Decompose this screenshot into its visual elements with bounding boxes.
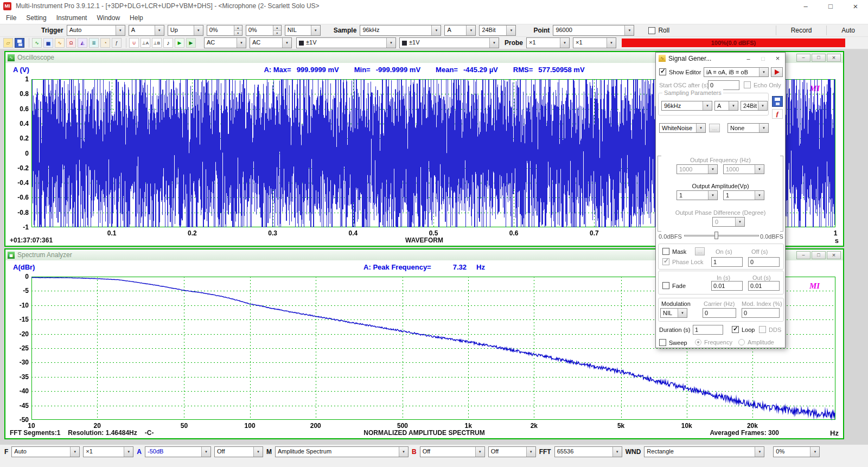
spectrum-3d-plot-icon[interactable]: ◭ — [78, 38, 87, 48]
b-display-select[interactable]: Off — [420, 446, 485, 457]
mod-index-input[interactable]: 0 — [742, 308, 780, 318]
open-file-icon[interactable]: ▱ — [3, 38, 13, 48]
maximize-icon[interactable] — [756, 53, 770, 64]
menu-setting[interactable]: Setting — [21, 14, 51, 22]
frequency-a-select[interactable]: 1000 — [676, 164, 718, 174]
fft-size-select[interactable]: 65536 — [554, 446, 622, 457]
record-icon[interactable]: ▶ — [186, 38, 196, 48]
mask-off-input[interactable]: 0 — [748, 257, 780, 267]
run-icon[interactable]: ▶ — [175, 38, 184, 48]
magnet-icon[interactable]: ∪ — [129, 38, 139, 48]
coupling-b-select[interactable]: AC — [250, 37, 292, 48]
carrier-input[interactable]: 0 — [703, 308, 736, 318]
mask-on-input[interactable]: 1 — [711, 257, 743, 267]
menu-instrument[interactable]: Instrument — [52, 14, 92, 22]
derived-data-curve-icon[interactable]: ƒ — [112, 38, 122, 48]
ddp-viewer-icon[interactable]: ◔ — [100, 38, 110, 48]
record-length-select[interactable]: 96000 — [553, 25, 634, 36]
waveform-browse-button[interactable]: ... — [709, 124, 720, 132]
mask-browse-button[interactable]: ... — [695, 247, 705, 255]
generator-bit-depth-select[interactable]: 24Bit — [741, 101, 768, 111]
generator-start-button[interactable] — [771, 67, 783, 77]
minimize-icon[interactable] — [741, 53, 756, 64]
amplitude-slider[interactable] — [684, 232, 759, 239]
spin-down-icon[interactable] — [273, 31, 281, 36]
function-icon[interactable] — [772, 109, 783, 119]
sweep-checkbox[interactable]: Sweep — [659, 339, 687, 346]
sampling-channels-select[interactable]: A — [444, 25, 476, 36]
spin-up-icon[interactable] — [273, 25, 281, 31]
loop-checkbox[interactable]: Loop — [732, 326, 755, 333]
trigger-edge-select[interactable]: Up — [168, 25, 203, 36]
start-osc-input[interactable]: 0 — [708, 80, 739, 90]
calibration-a-icon[interactable]: ⊥A — [141, 38, 150, 48]
phase-select[interactable]: 0 — [712, 217, 745, 227]
auto-button[interactable]: Auto — [833, 25, 864, 35]
data-logger-icon[interactable]: ≣ — [89, 38, 99, 48]
waveform-b-select[interactable]: None — [727, 123, 769, 133]
spectrum-analyzer-icon[interactable]: ▅ — [43, 38, 53, 48]
sweep-frequency-radio[interactable]: Frequency — [695, 339, 732, 346]
maximize-icon[interactable] — [812, 54, 826, 62]
probe-a-select[interactable]: ×1 — [526, 37, 570, 48]
multimeter-icon[interactable]: Ω — [66, 38, 76, 48]
roll-checkbox[interactable]: Roll — [648, 27, 669, 34]
sampling-rate-select[interactable]: 96kHz — [360, 25, 441, 36]
main-display-select[interactable]: Amplitude Spectrum — [275, 446, 409, 457]
close-icon[interactable] — [770, 53, 785, 64]
minimize-icon[interactable] — [796, 251, 810, 259]
routing-select[interactable]: iA = oA, iB = oB — [704, 67, 769, 77]
sound-volume-icon[interactable]: ♪ — [163, 38, 173, 48]
show-editor-checkbox[interactable]: Show Editor — [659, 68, 701, 75]
amplitude-b-select[interactable]: 1 — [723, 190, 764, 200]
save-icon[interactable] — [15, 38, 24, 48]
close-icon[interactable] — [827, 251, 841, 259]
echo-only-checkbox[interactable]: Echo Only — [744, 81, 781, 88]
generator-sampling-rate-select[interactable]: 96kHz — [661, 101, 712, 111]
fade-out-input[interactable]: 0.01 — [748, 281, 780, 291]
mask-checkbox[interactable]: Mask — [662, 248, 686, 255]
bit-depth-select[interactable]: 24Bit — [479, 25, 516, 36]
frequency-b-select[interactable]: 1000 — [723, 164, 764, 174]
coupling-a-select[interactable]: AC — [204, 37, 246, 48]
generator-channels-select[interactable]: A — [714, 101, 738, 111]
frequency-axis-select[interactable]: Auto — [11, 446, 80, 457]
spin-up-icon[interactable] — [234, 25, 242, 31]
signal-generator-titlebar[interactable]: Signal Gener... — [656, 53, 785, 64]
dds-checkbox[interactable]: DDS — [759, 326, 781, 333]
trigger-frequency-rejection-select[interactable]: NIL — [285, 25, 321, 36]
minimize-icon[interactable] — [793, 0, 818, 12]
close-icon[interactable] — [843, 0, 868, 12]
menu-file[interactable]: File — [1, 14, 21, 22]
window-titlebar[interactable]: MI Multi-Instrument Pro 3.9.12.1 - [+3DP… — [0, 0, 868, 12]
menu-window[interactable]: Window — [92, 14, 125, 22]
fade-in-input[interactable]: 0.01 — [711, 281, 743, 291]
duration-input[interactable]: 1 — [693, 325, 723, 335]
a-secondary-select[interactable]: Off — [214, 446, 263, 457]
minimize-icon[interactable] — [796, 54, 810, 62]
calibration-b-icon[interactable]: ⊥B — [152, 38, 162, 48]
maximize-icon[interactable] — [818, 0, 843, 12]
frequency-multiplier-select[interactable]: ×1 — [83, 446, 133, 457]
maximize-icon[interactable] — [812, 251, 826, 259]
close-icon[interactable] — [827, 54, 841, 62]
trigger-delay-spinner[interactable]: 0% — [246, 25, 282, 36]
spin-down-icon[interactable] — [234, 31, 242, 36]
save-signal-icon[interactable] — [772, 96, 783, 107]
modulation-select[interactable]: NIL — [660, 308, 687, 318]
signal-generator-icon[interactable]: ∿ — [55, 38, 65, 48]
record-button[interactable]: Record — [782, 25, 821, 35]
trigger-mode-select[interactable]: Auto — [67, 25, 125, 36]
sweep-amplitude-radio[interactable]: Amplitude — [738, 339, 774, 346]
menu-help[interactable]: Help — [125, 14, 148, 22]
overlap-select[interactable]: 0% — [773, 446, 820, 457]
trigger-source-select[interactable]: A — [129, 25, 164, 36]
a-range-select[interactable]: -50dB — [145, 446, 211, 457]
b-secondary-select[interactable]: Off — [488, 446, 536, 457]
fade-checkbox[interactable]: Fade — [662, 282, 686, 289]
slider-thumb[interactable] — [714, 232, 718, 239]
probe-b-select[interactable]: ×1 — [573, 37, 616, 48]
oscilloscope-icon[interactable]: ∿ — [32, 38, 42, 48]
waveform-a-select[interactable]: WhiteNoise — [659, 123, 706, 133]
window-function-select[interactable]: Rectangle — [644, 446, 764, 457]
